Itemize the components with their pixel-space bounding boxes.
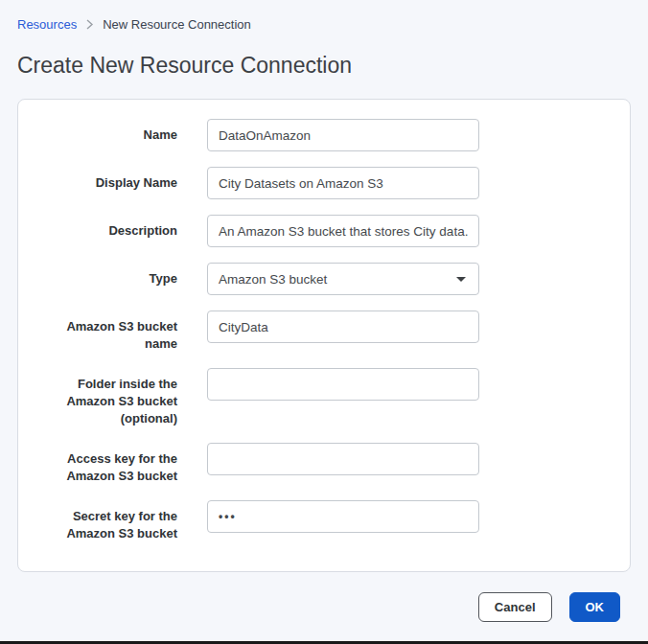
secret-key-input[interactable]	[207, 500, 479, 533]
page-title: Create New Resource Connection	[17, 53, 631, 79]
chevron-right-icon	[85, 19, 94, 30]
form-row-secret-key: Secret key for the Amazon S3 bucket	[37, 500, 611, 542]
description-input[interactable]	[207, 215, 479, 247]
form-row-description: Description	[37, 215, 611, 247]
form-row-access-key: Access key for the Amazon S3 bucket	[37, 443, 611, 485]
type-select[interactable]: Amazon S3 bucket	[207, 263, 479, 295]
display-name-label: Display Name	[37, 167, 177, 192]
breadcrumb-link-resources[interactable]: Resources	[17, 17, 77, 32]
bucket-name-label: Amazon S3 bucket name	[37, 310, 177, 353]
form-row-type: TypeAmazon S3 bucket	[37, 263, 611, 295]
display-name-input[interactable]	[207, 167, 479, 199]
access-key-label: Access key for the Amazon S3 bucket	[37, 443, 177, 485]
access-key-input[interactable]	[207, 443, 479, 475]
page: Resources New Resource Connection Create…	[0, 0, 648, 622]
ok-button[interactable]: OK	[569, 592, 621, 622]
secret-key-label: Secret key for the Amazon S3 bucket	[37, 500, 177, 542]
folder-label: Folder inside the Amazon S3 bucket (opti…	[37, 368, 177, 427]
description-label: Description	[37, 215, 177, 240]
bucket-name-input[interactable]	[207, 310, 479, 343]
form-row-name: Name	[37, 119, 611, 151]
breadcrumb-current: New Resource Connection	[103, 17, 251, 32]
chevron-down-icon	[456, 277, 466, 282]
name-input[interactable]	[207, 119, 479, 151]
type-selected-value: Amazon S3 bucket	[219, 272, 327, 287]
form-row-bucket-name: Amazon S3 bucket name	[37, 310, 611, 353]
cancel-button[interactable]: Cancel	[478, 592, 552, 622]
form-actions: Cancel OK	[17, 592, 631, 622]
breadcrumb: Resources New Resource Connection	[17, 17, 631, 32]
type-label: Type	[37, 263, 177, 288]
form-row-folder: Folder inside the Amazon S3 bucket (opti…	[37, 368, 611, 427]
form-card: NameDisplay NameDescriptionTypeAmazon S3…	[17, 99, 631, 572]
folder-input[interactable]	[207, 368, 479, 401]
form-fields: NameDisplay NameDescriptionTypeAmazon S3…	[37, 119, 611, 542]
name-label: Name	[37, 119, 177, 144]
form-row-display-name: Display Name	[37, 167, 611, 199]
